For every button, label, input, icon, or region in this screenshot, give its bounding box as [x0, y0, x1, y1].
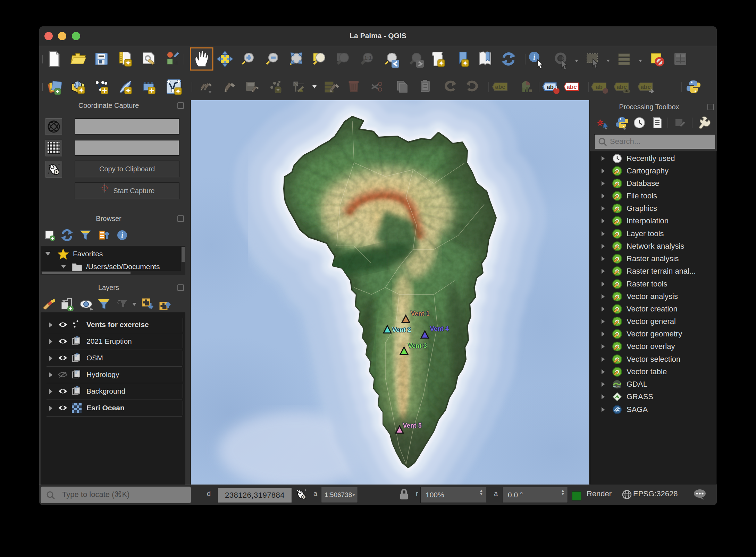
svg-text:Vent 5: Vent 5	[403, 422, 422, 429]
svg-text:i: i	[121, 231, 123, 239]
svg-text:1:1: 1:1	[364, 55, 372, 61]
svg-text:ab: ab	[547, 84, 554, 90]
svg-text:abc: abc	[495, 84, 505, 90]
svg-text:ab: ab	[596, 84, 603, 90]
svg-text:abc: abc	[616, 84, 627, 90]
svg-text:abc: abc	[640, 84, 650, 90]
svg-text:GDAL: GDAL	[613, 385, 621, 388]
svg-text:i: i	[533, 53, 535, 61]
svg-text:abc: abc	[566, 84, 577, 90]
svg-text:a: a	[174, 57, 178, 66]
svg-text:ε: ε	[117, 298, 120, 305]
svg-text:Vent 4: Vent 4	[430, 325, 449, 332]
svg-text:Vent 3: Vent 3	[408, 342, 427, 349]
svg-text:Vent 1: Vent 1	[411, 310, 430, 317]
svg-text:Vent 2: Vent 2	[392, 326, 411, 333]
